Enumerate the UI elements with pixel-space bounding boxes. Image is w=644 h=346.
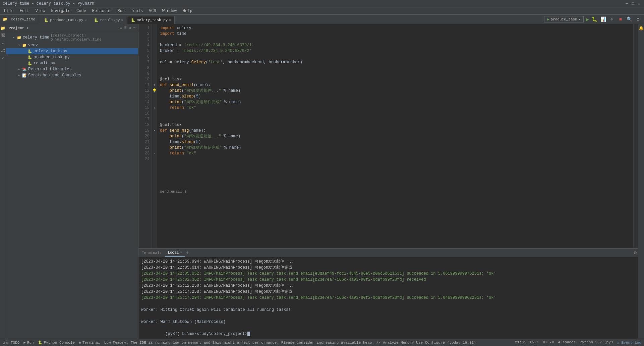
close-result-tab[interactable]: ✕ — [121, 18, 123, 22]
project-icon[interactable]: 📁 — [0, 25, 6, 31]
run-button[interactable]: ▶ — [586, 16, 589, 23]
terminal-label: Terminal: — [140, 251, 164, 255]
add-terminal-tab[interactable]: + — [186, 250, 189, 256]
sidebar-collapse-icon[interactable]: ≡ — [124, 25, 126, 30]
editor-scrollbar[interactable] — [633, 24, 638, 248]
code-line-5: broker = 'redis://49.234.9.240:6379/2' — [160, 48, 633, 54]
tree-root-folder[interactable]: ▾ 📁 celery_time [celery_project] D:\me\s… — [6, 33, 138, 42]
code-line-18: @cel.task — [160, 122, 633, 128]
terminal-status[interactable]: ▣ Terminal — [79, 340, 100, 345]
vcs-icon[interactable]: ⎇ — [0, 48, 6, 53]
close-local-tab[interactable]: ✕ — [180, 251, 182, 254]
sidebar-locate-icon[interactable]: ⊕ — [120, 25, 122, 30]
local-tab-label: Local — [168, 251, 179, 255]
window-title: celery_time - celery_task.py - PyCharm — [3, 1, 95, 6]
code-hint-text: send_email() — [160, 190, 186, 194]
term-line-10 — [141, 313, 635, 319]
term-line-4: [2023-04-20 14:25:02,362: INFO/MainProce… — [141, 277, 635, 283]
event-log-status[interactable]: ⚠ Event Log — [617, 340, 641, 345]
close-produce-tab[interactable]: ✕ — [84, 18, 86, 22]
fold-15[interactable]: ▿ — [152, 105, 157, 111]
code-line-11: def send_email(name): — [160, 82, 633, 88]
fold-11[interactable]: ▾ — [152, 82, 157, 88]
code-line-7: cel = celery.Celery('test', backend=back… — [160, 60, 633, 65]
menu-refactor[interactable]: Refactor — [90, 8, 114, 14]
fold-23[interactable]: ▿ — [152, 151, 157, 156]
term-prompt-line: (py37) D:\me\study\celery_project> — [141, 325, 635, 339]
todo-status[interactable]: ☑ ☑ TODO — [3, 340, 19, 345]
crlf-status[interactable]: CRLF — [530, 340, 539, 345]
terminal-content[interactable]: [2023-04-20 14:21:59,994: WARNING/MainPr… — [138, 257, 638, 339]
title-bar: celery_time - celery_task.py - PyCharm ─… — [0, 0, 644, 7]
code-line-10: @cel.task — [160, 77, 633, 82]
menu-navigate[interactable]: Navigate — [48, 8, 73, 14]
minimize-button[interactable]: ─ — [625, 1, 629, 6]
menu-code[interactable]: Code — [74, 8, 89, 14]
code-line-23: return "ok" — [160, 151, 633, 156]
term-line-9: worker: Hitting Ctrl+C again will termin… — [141, 307, 635, 313]
close-celery-tab[interactable]: ✕ — [169, 18, 171, 22]
bottom-panel: Terminal: Local ✕ + ⚙ [2023-04-20 14:21:… — [138, 248, 638, 339]
tree-scratches[interactable]: ▸ 📝 Scratches and Consoles — [6, 72, 138, 78]
code-line-9 — [160, 71, 633, 77]
terminal-cursor — [247, 332, 250, 336]
favorites-icon[interactable]: ★ — [0, 40, 6, 46]
menu-view[interactable]: View — [33, 8, 48, 14]
search-button[interactable]: 🔍 — [626, 16, 633, 22]
run-status[interactable]: ▶ Run — [23, 340, 34, 345]
tree-produce-task-file[interactable]: 🐍 produce_task.py — [6, 54, 138, 60]
terminal-settings-icon[interactable]: ⚙ — [634, 250, 637, 256]
code-line-19: def send_msg(name): — [160, 128, 633, 134]
close-button[interactable]: ✕ — [637, 1, 641, 6]
term-line-8 — [141, 301, 635, 307]
tab-celery-task[interactable]: 🐍 celery_task.py ✕ — [127, 16, 175, 24]
menu-window[interactable]: Window — [160, 8, 179, 14]
profile-button[interactable]: 📊 — [600, 16, 606, 22]
code-line-6 — [160, 54, 633, 60]
menu-help[interactable]: Help — [180, 8, 195, 14]
window-controls[interactable]: ─ □ ✕ — [625, 1, 641, 6]
code-editor[interactable]: import celery import time backend = 'red… — [157, 24, 633, 248]
toolbar: 📁 celery_time 🐍 produce_task.py ✕ 🐍 resu… — [0, 15, 644, 24]
sidebar-hide-icon[interactable]: − — [133, 25, 135, 30]
tab-result[interactable]: 🐍 result.py ✕ — [90, 16, 127, 24]
commit-icon[interactable]: ✔ — [0, 55, 6, 60]
debug-button[interactable]: 🐛 — [591, 16, 598, 22]
tree-celery-task-file[interactable]: 🐍 celery_task.py — [6, 48, 138, 54]
notifications-icon[interactable]: 🔔 — [639, 25, 644, 31]
tree-result-file[interactable]: 🐍 result.py — [6, 60, 138, 66]
tree-venv-folder[interactable]: ▾ 📁 venv — [6, 42, 138, 48]
menu-file[interactable]: File — [1, 8, 16, 14]
menu-bar: File Edit View Navigate Code Refactor Ru… — [0, 7, 644, 15]
sidebar-actions: ⊕ ≡ ⚙ − — [120, 25, 135, 30]
indent-status[interactable]: 4 spaces — [558, 340, 576, 345]
terminal-tabs: Terminal: Local ✕ + ⚙ — [138, 249, 638, 257]
fold-19[interactable]: ▾ — [152, 128, 157, 134]
coverage-button[interactable]: ☂ — [608, 16, 615, 22]
run-config-dropdown[interactable]: ▶ produce_task ▾ — [544, 16, 584, 22]
code-line-15: return "ok" — [160, 105, 633, 111]
project-tab[interactable]: 📁 celery_time — [3, 17, 35, 21]
tree-external-libraries[interactable]: ▸ 📚 External Libraries — [6, 66, 138, 72]
structure-icon[interactable]: 🏗 — [0, 33, 6, 38]
code-line-8 — [160, 65, 633, 71]
charset-status[interactable]: UTF-8 — [543, 340, 554, 345]
menu-edit[interactable]: Edit — [17, 8, 32, 14]
line-col-status[interactable]: 21:31 — [515, 340, 526, 345]
python-console-status[interactable]: 🐍 Python Console — [38, 340, 75, 345]
python-version-status[interactable]: Python 3.7 (py3 — [580, 340, 613, 345]
settings-button[interactable]: ⚙ — [635, 16, 641, 22]
code-line-1: import celery — [160, 25, 633, 31]
bulb-12[interactable]: 💡 — [152, 88, 157, 94]
tab-local[interactable]: Local ✕ — [165, 249, 184, 257]
sidebar-settings-icon[interactable]: ⚙ — [129, 25, 131, 30]
code-blank-space — [160, 162, 633, 189]
menu-tools[interactable]: Tools — [128, 8, 145, 14]
python-file-icon-produce: 🐍 — [44, 18, 49, 22]
menu-run[interactable]: Run — [115, 8, 127, 14]
maximize-button[interactable]: □ — [631, 1, 635, 6]
menu-vcs[interactable]: VCS — [146, 8, 159, 14]
stop-button[interactable]: ■ — [617, 17, 624, 22]
gutter-icons: ▾ 💡 ▿ ▾ ▿ — [152, 24, 157, 248]
tab-produce-task[interactable]: 🐍 produce_task.py ✕ — [40, 16, 90, 24]
